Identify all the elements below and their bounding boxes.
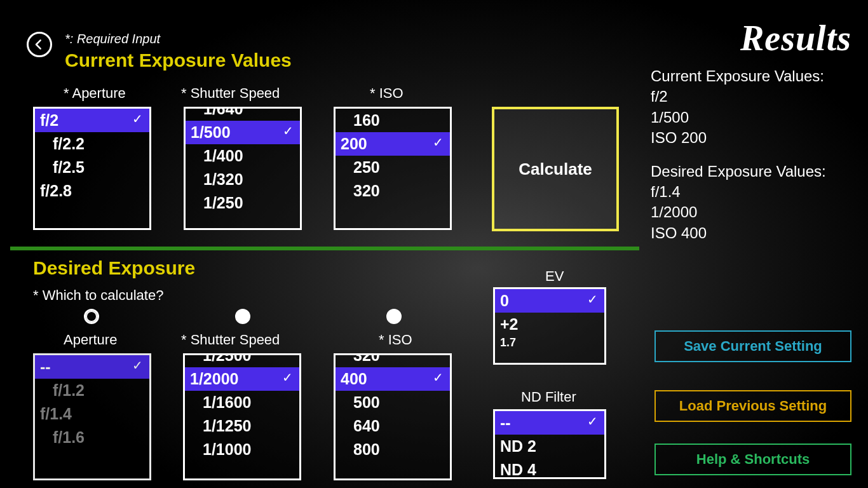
list-item[interactable]: 160 bbox=[336, 109, 450, 132]
label-aperture: * Aperture bbox=[64, 85, 126, 102]
list-item[interactable]: 1/400 bbox=[186, 144, 300, 168]
results-line: Desired Exposure Values: bbox=[651, 161, 826, 182]
results-title: Results bbox=[740, 18, 851, 58]
list-item[interactable]: 1/250 bbox=[186, 191, 300, 215]
results-line: 1/500 bbox=[651, 107, 826, 128]
help-shortcuts-button[interactable]: Help & Shortcuts bbox=[654, 444, 851, 475]
list-item[interactable]: 1/2500 bbox=[185, 353, 299, 367]
list-item[interactable]: 0 bbox=[495, 289, 604, 313]
list-item[interactable]: 1.7 bbox=[495, 336, 604, 352]
results-line: 1/2000 bbox=[651, 202, 826, 222]
listbox-desired-iso[interactable]: 320 400 500 640 800 bbox=[334, 353, 452, 480]
label-desired-iso: * ISO bbox=[379, 332, 412, 348]
results-line: f/2 bbox=[651, 86, 826, 107]
required-note: *: Required Input bbox=[65, 32, 160, 46]
list-item[interactable]: 200 bbox=[336, 132, 450, 156]
list-item[interactable]: ND 4 bbox=[495, 458, 604, 479]
label-desired-shutter: * Shutter Speed bbox=[181, 332, 280, 348]
radio-iso[interactable] bbox=[386, 309, 402, 324]
results-line: f/1.4 bbox=[651, 182, 826, 202]
list-item[interactable]: 400 bbox=[336, 367, 450, 391]
list-item[interactable]: 640 bbox=[336, 414, 450, 438]
list-item[interactable]: f/1.4 bbox=[35, 402, 149, 426]
list-item[interactable]: 1/1250 bbox=[185, 414, 299, 438]
list-item[interactable]: 320 bbox=[336, 353, 450, 367]
list-item[interactable]: f/2.8 bbox=[35, 179, 149, 203]
radio-shutter[interactable] bbox=[235, 309, 250, 324]
list-item[interactable]: f/2 bbox=[35, 109, 149, 132]
results-line: ISO 200 bbox=[651, 128, 826, 148]
results-panel: Current Exposure Values: f/2 1/500 ISO 2… bbox=[651, 66, 826, 243]
label-which-to-calculate: * Which to calculate? bbox=[33, 287, 163, 304]
list-item[interactable]: 500 bbox=[336, 391, 450, 414]
listbox-current-iso[interactable]: 160 200 250 320 bbox=[334, 107, 452, 230]
list-item[interactable]: f/1.6 bbox=[35, 426, 149, 449]
label-nd-filter: ND Filter bbox=[521, 389, 576, 405]
list-item[interactable]: f/2.5 bbox=[35, 156, 149, 179]
label-ev: EV bbox=[545, 268, 564, 285]
list-item[interactable]: -- bbox=[35, 355, 149, 379]
list-item[interactable]: 1/1600 bbox=[185, 391, 299, 414]
radio-aperture[interactable] bbox=[84, 309, 99, 324]
heading-desired: Desired Exposure bbox=[33, 257, 195, 279]
list-item[interactable]: 1/1000 bbox=[185, 438, 299, 461]
listbox-current-shutter[interactable]: 1/640 1/500 1/400 1/320 1/250 bbox=[184, 107, 302, 230]
list-item[interactable]: f/1.2 bbox=[35, 379, 149, 402]
list-item[interactable]: 1/500 bbox=[186, 121, 300, 144]
save-current-setting-button[interactable]: Save Current Setting bbox=[654, 330, 851, 362]
arrow-left-icon bbox=[33, 38, 46, 51]
list-item[interactable]: 800 bbox=[336, 438, 450, 461]
list-item[interactable]: 1/640 bbox=[186, 107, 300, 121]
results-line: Current Exposure Values: bbox=[651, 66, 826, 86]
list-item[interactable]: 250 bbox=[336, 156, 450, 179]
heading-current: Current Exposure Values bbox=[65, 50, 292, 71]
label-iso: * ISO bbox=[370, 85, 403, 102]
list-item[interactable]: f/2.2 bbox=[35, 132, 149, 156]
section-divider bbox=[10, 247, 639, 250]
list-item[interactable]: ND 2 bbox=[495, 435, 604, 458]
list-item[interactable]: -- bbox=[495, 411, 604, 435]
list-item[interactable]: 1/2000 bbox=[185, 367, 299, 391]
label-shutter-speed: * Shutter Speed bbox=[181, 85, 280, 102]
listbox-ev[interactable]: 0 +2 1.7 bbox=[493, 287, 606, 365]
list-item[interactable]: 320 bbox=[336, 179, 450, 203]
results-line: ISO 400 bbox=[651, 223, 826, 243]
listbox-desired-aperture[interactable]: -- f/1.2 f/1.4 f/1.6 bbox=[33, 353, 151, 480]
listbox-nd-filter[interactable]: -- ND 2 ND 4 bbox=[493, 409, 606, 479]
back-button[interactable] bbox=[27, 32, 52, 57]
listbox-current-aperture[interactable]: f/2 f/2.2 f/2.5 f/2.8 bbox=[33, 107, 151, 230]
calculate-button[interactable]: Calculate bbox=[492, 107, 619, 231]
label-desired-aperture: Aperture bbox=[64, 332, 117, 348]
load-previous-setting-button[interactable]: Load Previous Setting bbox=[654, 390, 851, 422]
list-item[interactable]: +2 bbox=[495, 313, 604, 336]
list-item[interactable]: 1/320 bbox=[186, 168, 300, 191]
listbox-desired-shutter[interactable]: 1/2500 1/2000 1/1600 1/1250 1/1000 bbox=[183, 353, 301, 480]
